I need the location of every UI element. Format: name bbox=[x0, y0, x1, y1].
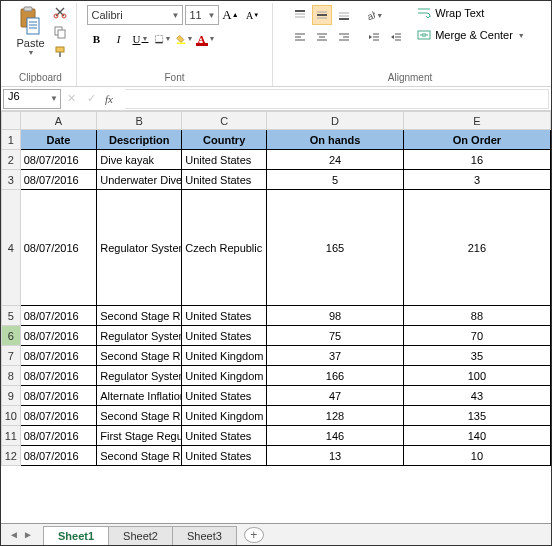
align-bottom-button[interactable] bbox=[334, 5, 354, 25]
cell-date[interactable]: 08/07/2016 bbox=[20, 150, 97, 170]
cell-country[interactable]: United States bbox=[182, 446, 267, 466]
align-middle-button[interactable] bbox=[312, 5, 332, 25]
font-name-combo[interactable]: Calibri ▼ bbox=[87, 5, 183, 25]
cell-date[interactable]: 08/07/2016 bbox=[20, 326, 97, 346]
cell-country[interactable]: United States bbox=[182, 326, 267, 346]
cell-country[interactable]: United States bbox=[182, 306, 267, 326]
cell-description[interactable]: Second Stage Regulator bbox=[97, 306, 182, 326]
cell-onhands[interactable]: 47 bbox=[267, 386, 404, 406]
cell-description[interactable]: Regulator System bbox=[97, 326, 182, 346]
formula-input[interactable] bbox=[125, 89, 549, 109]
fx-icon[interactable]: fx bbox=[105, 93, 121, 105]
cell-description[interactable]: Second Stage Regulator bbox=[97, 346, 182, 366]
cell-date[interactable]: 08/07/2016 bbox=[20, 406, 97, 426]
cell-date[interactable]: 08/07/2016 bbox=[20, 366, 97, 386]
cell-country[interactable]: United States bbox=[182, 150, 267, 170]
border-button[interactable]: ▼ bbox=[153, 29, 173, 49]
cell-onorder[interactable]: 135 bbox=[403, 406, 550, 426]
align-top-button[interactable] bbox=[290, 5, 310, 25]
font-size-combo[interactable]: 11 ▼ bbox=[185, 5, 219, 25]
format-painter-button[interactable] bbox=[51, 43, 69, 61]
cell-description[interactable]: First Stage Regulator bbox=[97, 426, 182, 446]
enter-formula-button[interactable]: ✓ bbox=[81, 89, 101, 109]
sheet-tab-2[interactable]: Sheet2 bbox=[108, 526, 173, 545]
align-center-button[interactable] bbox=[312, 27, 332, 47]
table-header-onhands[interactable]: On hands bbox=[267, 130, 404, 150]
cell-country[interactable]: Czech Republic bbox=[182, 190, 267, 306]
table-header-country[interactable]: Country bbox=[182, 130, 267, 150]
cell-date[interactable]: 08/07/2016 bbox=[20, 346, 97, 366]
copy-button[interactable] bbox=[51, 23, 69, 41]
row-header-8[interactable]: 8 bbox=[2, 366, 21, 386]
cell-country[interactable]: United Kingdom bbox=[182, 346, 267, 366]
row-header-5[interactable]: 5 bbox=[2, 306, 21, 326]
align-left-button[interactable] bbox=[290, 27, 310, 47]
row-header-2[interactable]: 2 bbox=[2, 150, 21, 170]
decrease-indent-button[interactable] bbox=[364, 27, 384, 47]
increase-indent-button[interactable] bbox=[386, 27, 406, 47]
cell-onorder[interactable]: 3 bbox=[403, 170, 550, 190]
cell-country[interactable]: United States bbox=[182, 170, 267, 190]
spreadsheet-grid[interactable]: ABCDE 1DateDescriptionCountryOn handsOn … bbox=[1, 111, 551, 523]
row-header-3[interactable]: 3 bbox=[2, 170, 21, 190]
paste-button[interactable]: Paste ▼ bbox=[12, 3, 48, 58]
table-header-description[interactable]: Description bbox=[97, 130, 182, 150]
align-right-button[interactable] bbox=[334, 27, 354, 47]
sheet-tab-3[interactable]: Sheet3 bbox=[172, 526, 237, 545]
cell-onhands[interactable]: 128 bbox=[267, 406, 404, 426]
cell-onhands[interactable]: 146 bbox=[267, 426, 404, 446]
cell-country[interactable]: United States bbox=[182, 386, 267, 406]
bold-button[interactable]: B bbox=[87, 29, 107, 49]
cell-onorder[interactable]: 140 bbox=[403, 426, 550, 446]
cell-date[interactable]: 08/07/2016 bbox=[20, 306, 97, 326]
row-header-6[interactable]: 6 bbox=[2, 326, 21, 346]
column-header-A[interactable]: A bbox=[20, 112, 97, 130]
cell-onorder[interactable]: 216 bbox=[403, 190, 550, 306]
table-header-onorder[interactable]: On Order bbox=[403, 130, 550, 150]
cell-onhands[interactable]: 5 bbox=[267, 170, 404, 190]
row-header-12[interactable]: 12 bbox=[2, 446, 21, 466]
cell-onhands[interactable]: 166 bbox=[267, 366, 404, 386]
cell-description[interactable]: Alternate Inflation Regulator bbox=[97, 386, 182, 406]
cell-description[interactable]: Second Stage Regulator bbox=[97, 406, 182, 426]
cell-onorder[interactable]: 100 bbox=[403, 366, 550, 386]
name-box[interactable]: J6 ▼ bbox=[3, 89, 61, 109]
row-header-10[interactable]: 10 bbox=[2, 406, 21, 426]
column-header-C[interactable]: C bbox=[182, 112, 267, 130]
cell-country[interactable]: United States bbox=[182, 426, 267, 446]
cell-onorder[interactable]: 43 bbox=[403, 386, 550, 406]
orientation-button[interactable]: ab▼ bbox=[364, 5, 384, 25]
cell-onhands[interactable]: 13 bbox=[267, 446, 404, 466]
underline-button[interactable]: U▼ bbox=[131, 29, 151, 49]
cut-button[interactable] bbox=[51, 3, 69, 21]
cell-onorder[interactable]: 35 bbox=[403, 346, 550, 366]
table-header-date[interactable]: Date bbox=[20, 130, 97, 150]
cell-description[interactable]: Underwater Diver Vehicle bbox=[97, 170, 182, 190]
cell-onorder[interactable]: 88 bbox=[403, 306, 550, 326]
row-header-1[interactable]: 1 bbox=[2, 130, 21, 150]
cell-onhands[interactable]: 98 bbox=[267, 306, 404, 326]
row-header-4[interactable]: 4 bbox=[2, 190, 21, 306]
merge-center-button[interactable]: Merge & Center ▼ bbox=[412, 25, 530, 45]
cell-onhands[interactable]: 165 bbox=[267, 190, 404, 306]
font-color-button[interactable]: A ▼ bbox=[197, 29, 217, 49]
sheet-tab-1[interactable]: Sheet1 bbox=[43, 526, 109, 546]
row-header-9[interactable]: 9 bbox=[2, 386, 21, 406]
cell-date[interactable]: 08/07/2016 bbox=[20, 190, 97, 306]
cancel-formula-button[interactable]: ✕ bbox=[61, 89, 81, 109]
cell-country[interactable]: United Kingdom bbox=[182, 406, 267, 426]
cell-onhands[interactable]: 75 bbox=[267, 326, 404, 346]
cell-date[interactable]: 08/07/2016 bbox=[20, 446, 97, 466]
cell-description[interactable]: Regulator System bbox=[97, 366, 182, 386]
wrap-text-button[interactable]: Wrap Text bbox=[412, 3, 530, 23]
cell-date[interactable]: 08/07/2016 bbox=[20, 426, 97, 446]
fill-color-button[interactable]: ▼ bbox=[175, 29, 195, 49]
row-header-11[interactable]: 11 bbox=[2, 426, 21, 446]
cell-onhands[interactable]: 24 bbox=[267, 150, 404, 170]
cell-date[interactable]: 08/07/2016 bbox=[20, 170, 97, 190]
cell-date[interactable]: 08/07/2016 bbox=[20, 386, 97, 406]
column-header-D[interactable]: D bbox=[267, 112, 404, 130]
column-header-E[interactable]: E bbox=[403, 112, 550, 130]
increase-font-button[interactable]: A▲ bbox=[221, 5, 241, 25]
column-header-B[interactable]: B bbox=[97, 112, 182, 130]
